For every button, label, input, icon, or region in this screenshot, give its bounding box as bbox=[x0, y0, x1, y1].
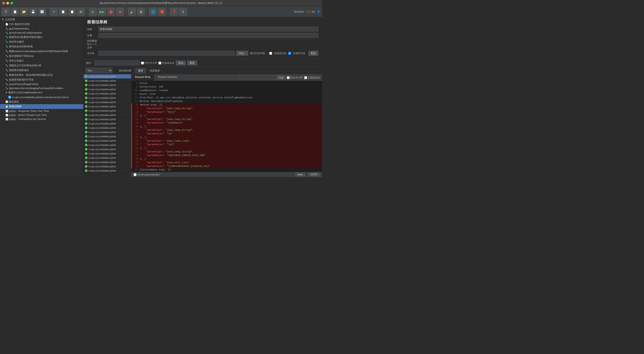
minimize-button[interactable] bbox=[6, 2, 9, 4]
sample-item-0[interactable]: ✓ cn.gov.zcy.metadata.splinte bbox=[84, 74, 131, 79]
sample-item-18[interactable]: ✓ cn.gov.zcy.metadata.splinte bbox=[84, 152, 131, 156]
sidebar-root[interactable]: ▼ 公共压测 bbox=[0, 17, 83, 22]
code-area[interactable]: 8 Group: 9 Connections: 100 10 LoadBalan… bbox=[131, 81, 322, 172]
template-button[interactable]: 📋 bbox=[11, 8, 19, 16]
sample-item-5[interactable]: ✓ cn.gov.zcy.metadata.splinte bbox=[84, 96, 131, 100]
only-error-checkbox[interactable] bbox=[269, 52, 272, 55]
sample-item-8[interactable]: ✓ cn.gov.zcy.metadata.splinte bbox=[84, 109, 131, 113]
find-button[interactable]: Find bbox=[277, 75, 286, 80]
format-select[interactable]: Text HTML JSON XML Regexp Tester bbox=[85, 68, 112, 73]
scroll-auto-checkbox[interactable] bbox=[134, 173, 136, 176]
sidebar-item-activeThreads[interactable]: 📈 jp@gc - Active Threads Over Time bbox=[0, 113, 83, 117]
sidebar-item-queryBySupplier[interactable]: 🔧 根据供应商id、协议id查询协议确认区划 bbox=[0, 73, 83, 77]
start-no-pause-button[interactable]: ▶▶ bbox=[98, 8, 106, 16]
sample-item-14[interactable]: ✓ cn.gov.zcy.metadata.splinte bbox=[84, 134, 131, 139]
comment-row: 注释： bbox=[87, 33, 318, 38]
sample-item-9[interactable]: ✓ cn.gov.zcy.metadata.splinte bbox=[84, 113, 131, 117]
sample-status-icon: ✓ bbox=[85, 144, 88, 146]
filename-input[interactable] bbox=[98, 51, 235, 56]
close-button[interactable] bbox=[2, 2, 5, 4]
copy-button[interactable]: 📋 bbox=[59, 8, 67, 16]
thread-ratio: 0/1 bbox=[312, 10, 315, 13]
paste-button[interactable]: 📋 bbox=[68, 8, 76, 16]
name-input[interactable] bbox=[98, 27, 318, 31]
clear-button[interactable]: 🧹 bbox=[128, 8, 136, 16]
comment-input[interactable] bbox=[98, 33, 318, 38]
regex-checkbox[interactable] bbox=[158, 61, 161, 64]
sidebar-item-agInstanceService[interactable]: 🔧 AgInstanceService#pagingPurchaserByCon… bbox=[0, 86, 83, 90]
help-button[interactable]: ❓ bbox=[170, 8, 178, 16]
sidebar-item-batchQueryLabel[interactable]: 🔧 批量查询标项存不存在 bbox=[0, 77, 83, 82]
sidebar-item-viewResultTree[interactable]: 📋 察看结果树 bbox=[0, 104, 83, 109]
sample-item-17[interactable]: ✓ cn.gov.zcy.metadata.splinte bbox=[84, 147, 131, 152]
sample-item-1[interactable]: ✓ cn.gov.zcy.metadata.splinte bbox=[84, 79, 131, 83]
about-button[interactable]: ℹ bbox=[179, 8, 187, 16]
sidebar-item-getChildren[interactable]: 🔧 getChildrenNodes bbox=[0, 27, 83, 31]
new-button[interactable]: 🗒 bbox=[2, 8, 10, 16]
tab-sampler-result[interactable]: 取样器结果 bbox=[116, 68, 134, 73]
sample-item-4[interactable]: ✓ cn.gov.zcy.metadata.splinte bbox=[84, 91, 131, 96]
sample-item-3[interactable]: ✓ cn.gov.zcy.metadata.splinte bbox=[84, 87, 131, 91]
expand-button[interactable]: ⊞ bbox=[77, 8, 85, 16]
sample-item-22[interactable]: ✓ cn.gov.zcy.metadata.splinte bbox=[84, 169, 131, 173]
revert-button[interactable]: 🔄 bbox=[38, 8, 46, 16]
start-button[interactable]: ▶ bbox=[89, 8, 97, 16]
sample-item-21[interactable]: ✓ cn.gov.zcy.metadata.splinte bbox=[84, 164, 131, 169]
sample-item-2[interactable]: ✓ cn.gov.zcy.metadata.splinte bbox=[84, 83, 131, 87]
shutdown-button[interactable]: ⏹ bbox=[116, 8, 124, 16]
sidebar-item-responseTime[interactable]: 📈 jp@gc - Response Times Over Time bbox=[0, 109, 83, 113]
sidebar-item-submitElectronic[interactable]: 🔧 提交湖南电子变场xieyi bbox=[0, 54, 83, 58]
case-sensitive-checkbox[interactable] bbox=[141, 61, 144, 64]
tab-response-data[interactable]: 响应数据 bbox=[147, 68, 163, 73]
maximize-button[interactable] bbox=[10, 2, 13, 4]
sample-item-15[interactable]: ✓ cn.gov.zcy.metadata.splinte bbox=[84, 139, 131, 143]
clear-all-button[interactable]: 🗑 bbox=[137, 8, 145, 16]
sidebar-item-safeHistory[interactable]: 🔧 协议安全遍历 bbox=[0, 39, 83, 44]
search-input[interactable] bbox=[94, 60, 140, 65]
configure-button[interactable]: 配置 bbox=[308, 51, 318, 56]
sample-item-10[interactable]: ✓ cn.gov.zcy.metadata.splinte bbox=[84, 117, 131, 121]
raw-button[interactable]: Raw bbox=[295, 172, 305, 177]
sample-item-16[interactable]: ✓ cn.gov.zcy.metadata.splinte bbox=[84, 143, 131, 147]
save-button[interactable]: 💾 bbox=[29, 8, 37, 16]
sample-item-11[interactable]: ✓ cn.gov.zcy.metadata.splinte bbox=[84, 121, 131, 126]
remote-start-button[interactable]: 🌐 bbox=[149, 8, 157, 16]
http-button[interactable]: HTTP bbox=[308, 172, 320, 177]
code-line-15: 15 "paramType": "java.lang.String", bbox=[132, 107, 322, 111]
find-button[interactable]: 查找 bbox=[176, 60, 186, 65]
sample-item-6[interactable]: ✓ cn.gov.zcy.metadata.splinte bbox=[84, 100, 131, 104]
sidebar-item-batchQuery[interactable]: 🔧 根据协议id批量查询项目id接口 bbox=[0, 35, 83, 39]
sample-item-19[interactable]: ✓ cn.gov.zcy.metadata.splinte bbox=[84, 156, 131, 160]
sidebar-item-categoryItems[interactable]: 🔧 根据类目查标项目 bbox=[0, 68, 83, 73]
code-line-31: 31 "paramValue": "[10001000I5992_[310115… bbox=[132, 165, 322, 168]
sidebar-item-exceptionPort[interactable]: 🔧 异常公告接口 bbox=[0, 58, 83, 63]
sidebar-item-querySupplier[interactable]: 🔧 查询协议供货商#朱禹 bbox=[0, 44, 83, 49]
sub-tab-request-body[interactable]: Request Body bbox=[131, 74, 154, 81]
sidebar-item-glConfigExternal[interactable]: ✎ cn.gov.zcy.metadata.splinter.external.… bbox=[0, 95, 83, 99]
sample-item-7[interactable]: ✓ cn.gov.zcy.metadata.splinte bbox=[84, 104, 131, 109]
sample-item-20[interactable]: ✓ cn.gov.zcy.metadata.splinte bbox=[84, 160, 131, 164]
find-input[interactable] bbox=[239, 75, 275, 80]
sidebar-item-priceCalc[interactable]: 🔧 湖南定点不定价商品价格计算 bbox=[0, 63, 83, 68]
sub-tab-request-headers[interactable]: Request Headers bbox=[154, 74, 181, 81]
open-button[interactable]: 📂 bbox=[20, 8, 28, 16]
only-success-checkbox[interactable] bbox=[288, 52, 291, 55]
tab-request[interactable]: 请求 bbox=[135, 68, 146, 73]
highlighted-block: 14 Method Args: [{ 15 "paramType": "java… bbox=[131, 103, 322, 168]
sidebar-item-csv[interactable]: 📄 CSV 数据文件设置 bbox=[0, 22, 83, 27]
sidebar-item-aggregateReport[interactable]: 📊 聚合报告 bbox=[0, 99, 83, 104]
sidebar-item-transactions[interactable]: 📈 jp@gc - Transactions per Second bbox=[0, 117, 83, 121]
sidebar-item-queryProtocolFull[interactable]: 🔧 queryProtocolPageFullInfo bbox=[0, 82, 83, 86]
remote-stop-button[interactable]: 🛑 bbox=[158, 8, 166, 16]
browse-button[interactable]: 浏览... bbox=[236, 51, 248, 56]
sidebar-item-qureyProtocol[interactable]: 🔧 qureyProtocolConfigSnapshot bbox=[0, 31, 83, 35]
cut-button[interactable]: ✂ bbox=[50, 8, 58, 16]
sidebar-item-glConfigReadService[interactable]: ▼ 配置中心GlConfigReadService bbox=[0, 90, 83, 95]
sample-item-13[interactable]: ✓ cn.gov.zcy.metadata.splinte bbox=[84, 130, 131, 134]
stop-button[interactable]: ⬤ bbox=[107, 8, 115, 16]
find-case-checkbox[interactable] bbox=[287, 76, 290, 79]
sidebar-item-instanceQuery[interactable]: 🔧 根据instancecodecategoryiddistrictID查询de… bbox=[0, 49, 83, 54]
find-regex-checkbox[interactable] bbox=[304, 76, 307, 79]
sample-item-12[interactable]: ✓ cn.gov.zcy.metadata.splinte bbox=[84, 126, 131, 130]
reset-button[interactable]: 重置 bbox=[187, 60, 197, 65]
